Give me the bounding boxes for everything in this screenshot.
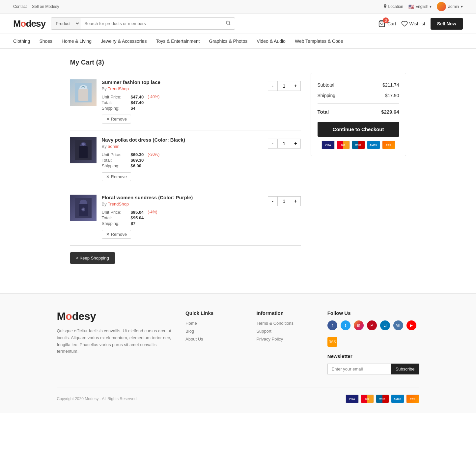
seller-link-1[interactable]: TrendShop <box>108 86 129 91</box>
item-seller-1: By TrendShop <box>102 86 263 91</box>
remove-x-icon-1: ✕ <box>106 117 110 122</box>
product-image-3 <box>70 195 97 221</box>
qty-input-3[interactable] <box>278 196 291 206</box>
qty-control-1: - + <box>268 81 301 91</box>
newsletter-subscribe-button[interactable]: Subscribe <box>391 364 419 374</box>
language-selector[interactable]: 🇺🇸 English ▾ <box>408 4 432 9</box>
nav-item-jewelry[interactable]: Jewelry & Accessories <box>101 39 147 44</box>
item-name-3: Floral women sundress (Color: Purple) <box>102 195 263 200</box>
seller-link-2[interactable]: admin <box>108 144 119 149</box>
admin-user[interactable]: admin ▾ <box>437 2 463 11</box>
cart-item: Floral women sundress (Color: Purple) By… <box>70 188 301 246</box>
qty-decrease-1[interactable]: - <box>268 81 278 91</box>
footer: Modesy Quisque efficitur facilisis conva… <box>0 293 476 413</box>
remove-button-2[interactable]: ✕ Remove <box>102 172 131 181</box>
nav-item-graphics[interactable]: Graphics & Photos <box>209 39 247 44</box>
discount-3: (-4%) <box>148 210 157 215</box>
rss-icons: RSS <box>327 337 419 347</box>
top-bar: Contact Sell on Modesy Location 🇺🇸 Engli… <box>0 0 476 14</box>
remove-button-1[interactable]: ✕ Remove <box>102 115 131 123</box>
language-chevron: ▾ <box>430 4 432 9</box>
remove-x-icon-2: ✕ <box>106 174 110 179</box>
qty-decrease-3[interactable]: - <box>268 196 278 206</box>
nav-item-shoes[interactable]: Shoes <box>39 39 52 44</box>
linkedin-icon[interactable]: Li <box>380 320 390 330</box>
footer-link-about[interactable]: About Us <box>185 337 203 342</box>
rss-icon[interactable]: RSS <box>327 337 337 347</box>
cart-button[interactable]: 3 Cart <box>378 20 396 27</box>
qty-decrease-2[interactable]: - <box>268 139 278 149</box>
header: Modesy Product Member 3 Cart Wishlist Se… <box>0 14 476 34</box>
cart-layout: Summer fashion top lace By TrendShop Uni… <box>70 73 406 264</box>
youtube-icon[interactable]: ▶ <box>406 320 416 330</box>
location-selector[interactable]: Location <box>383 4 403 9</box>
footer-quick-links-heading: Quick Links <box>185 310 243 316</box>
main-nav: Clothing Shoes Home & Living Jewelry & A… <box>0 34 476 49</box>
facebook-icon[interactable]: f <box>327 320 337 330</box>
footer-bottom: Copyright 2020 Modesy - All Rights Reser… <box>57 388 419 403</box>
search-input[interactable] <box>80 18 222 29</box>
vk-icon[interactable]: vk <box>393 320 403 330</box>
qty-increase-1[interactable]: + <box>291 81 301 91</box>
instagram-icon[interactable]: in <box>354 320 364 330</box>
top-bar-left: Contact Sell on Modesy <box>13 4 59 9</box>
newsletter-heading: Newsletter <box>327 353 419 359</box>
footer-brand: Modesy Quisque efficitur facilisis conva… <box>57 310 173 374</box>
seller-link-3[interactable]: TrendShop <box>108 202 129 206</box>
keep-shopping-button[interactable]: < Keep Shopping <box>70 252 115 264</box>
footer-payment-icons: VISA MC MAES AMEX DISC <box>346 395 419 403</box>
logo[interactable]: Modesy <box>13 18 45 29</box>
summary-box: Subtotal $211.74 Shipping $17.90 Total $… <box>311 73 406 156</box>
mastercard-icon: MC <box>337 141 350 149</box>
checkout-button[interactable]: Continue to Checkout <box>318 122 399 137</box>
discover-icon: DISC <box>382 141 395 149</box>
discount-2: (-30%) <box>148 152 159 157</box>
qty-input-1[interactable] <box>278 81 291 91</box>
nav-item-toys[interactable]: Toys & Entertainment <box>156 39 200 44</box>
nav-item-home-living[interactable]: Home & Living <box>62 39 92 44</box>
page-title: My Cart (3) <box>70 59 406 66</box>
cart-items-list: Summer fashion top lace By TrendShop Uni… <box>70 73 301 264</box>
nav-item-clothing[interactable]: Clothing <box>13 39 30 44</box>
wishlist-button[interactable]: Wishlist <box>401 20 425 27</box>
search-filter-select[interactable]: Product Member <box>51 18 80 29</box>
footer-link-home[interactable]: Home <box>185 321 197 326</box>
footer-link-support[interactable]: Support <box>256 329 271 334</box>
qty-control-2: - + <box>268 138 301 149</box>
footer-link-terms[interactable]: Terms & Conditions <box>256 321 294 326</box>
qty-control-3: - + <box>268 196 301 206</box>
total-label-1: Total: <box>102 100 128 105</box>
copyright-text: Copyright 2020 Modesy - All Rights Reser… <box>57 397 138 401</box>
pinterest-icon[interactable]: P <box>367 320 377 330</box>
search-button[interactable] <box>222 18 235 29</box>
nav-item-video[interactable]: Video & Audio <box>257 39 286 44</box>
svg-rect-2 <box>78 89 88 101</box>
unit-price-label-3: Unit Price: <box>102 210 128 215</box>
newsletter-email-input[interactable] <box>327 364 391 374</box>
unit-price-label-2: Unit Price: <box>102 152 128 157</box>
qty-increase-2[interactable]: + <box>291 139 301 149</box>
item-name-1: Summer fashion top lace <box>102 79 263 85</box>
svg-point-9 <box>82 208 84 210</box>
contact-link[interactable]: Contact <box>13 4 27 9</box>
qty-input-2[interactable] <box>278 139 291 149</box>
nav-item-web-templates[interactable]: Web Templates & Code <box>295 39 343 44</box>
svg-rect-4 <box>79 146 88 158</box>
admin-avatar <box>437 2 446 11</box>
item-pricing-2: Unit Price: $69.30 (-30%) Total: $69.30 … <box>102 152 263 168</box>
sell-now-button[interactable]: Sell Now <box>431 18 463 30</box>
footer-description: Quisque efficitur facilisis convallis. U… <box>57 328 173 355</box>
total-label: Total <box>318 109 329 115</box>
qty-increase-3[interactable]: + <box>291 196 301 206</box>
twitter-icon[interactable]: t <box>341 320 350 330</box>
total-val-2: $69.30 <box>131 158 144 163</box>
remove-button-3[interactable]: ✕ Remove <box>102 230 131 239</box>
remove-x-icon-3: ✕ <box>106 232 110 237</box>
footer-link-blog[interactable]: Blog <box>185 329 194 334</box>
footer-info-heading: Information <box>256 310 314 316</box>
footer-link-privacy[interactable]: Privacy Policy <box>256 337 283 342</box>
sell-on-modesy-link[interactable]: Sell on Modesy <box>32 4 59 9</box>
wishlist-label: Wishlist <box>409 21 425 26</box>
newsletter-form: Subscribe <box>327 364 419 374</box>
discount-1: (-40%) <box>148 95 159 99</box>
